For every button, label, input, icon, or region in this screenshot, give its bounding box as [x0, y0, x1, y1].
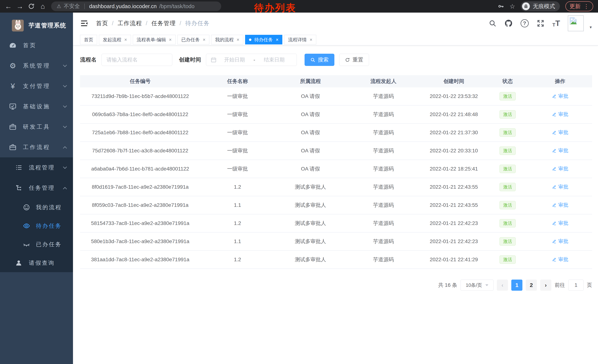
cell-process: OA 请假 — [274, 111, 346, 118]
help-icon[interactable]: ? — [521, 19, 529, 27]
sidebar-item-payment-mgmt[interactable]: ¥ 支付管理 — [0, 76, 73, 96]
search-button[interactable]: 搜索 — [305, 54, 334, 66]
approve-link[interactable]: 审批 — [552, 256, 568, 263]
avatar[interactable] — [568, 15, 584, 31]
cell-task-name: 一级审批 — [200, 111, 275, 118]
page-button-2[interactable]: 2 — [526, 280, 537, 291]
cell-process: 测试多审批人 — [274, 256, 346, 263]
sidebar-item-task-mgmt[interactable]: 任务管理 — [0, 178, 73, 198]
sidebar-item-leave-query[interactable]: 请假查询 — [0, 254, 73, 272]
tab-start-process[interactable]: 发起流程 × — [99, 35, 131, 44]
approve-link[interactable]: 审批 — [552, 111, 568, 118]
approve-link[interactable]: 审批 — [552, 220, 568, 226]
tab-process-detail[interactable]: 流程详情 × — [284, 35, 316, 44]
fullscreen-icon[interactable] — [537, 19, 545, 27]
approve-link[interactable]: 审批 — [552, 184, 568, 190]
tab-todo-tasks[interactable]: 待办任务 × — [245, 35, 282, 44]
table-row: 8f0d1619-7ac8-11ec-a9e2-a2380e71991a 1.2… — [80, 178, 592, 196]
approve-link[interactable]: 审批 — [552, 147, 568, 154]
tab-my-process[interactable]: 我的流程 × — [211, 35, 243, 44]
sidebar-menu: 首页 ⚙ 系统管理 ¥ 支付管理 基础设施 研发工具 — [0, 35, 73, 272]
cell-status: 激活 — [487, 237, 528, 246]
status-badge: 激活 — [499, 146, 516, 155]
address-bar[interactable]: ⚠ 不安全 dashboard.yudao.iocoder.cn/bpm/tas… — [51, 1, 221, 11]
font-size-icon[interactable]: TT — [552, 19, 560, 27]
chevron-down-icon — [63, 63, 67, 67]
close-icon[interactable]: × — [310, 37, 312, 42]
breadcrumb-workflow[interactable]: 工作流程 — [118, 19, 142, 27]
sidebar-item-process-mgmt[interactable]: 流程管理 — [0, 157, 73, 178]
table-row: 381aa1dd-7ac8-11ec-a9e2-a2380e71991a 1.2… — [80, 251, 592, 269]
browser-home-button[interactable]: ⌂ — [37, 0, 49, 13]
process-name-input[interactable] — [101, 54, 172, 66]
pagination: 共 16 条 10条/页 ‹ 1 2 › 前往 页 — [73, 280, 592, 291]
app-logo-row[interactable]: 芋道管理系统 — [0, 16, 73, 35]
reset-button[interactable]: 重置 — [339, 54, 369, 66]
search-icon[interactable] — [489, 19, 497, 27]
password-key-icon[interactable] — [498, 3, 504, 9]
reload-icon — [28, 3, 35, 10]
toolbox-icon — [8, 123, 17, 131]
sidebar-item-dev-tools[interactable]: 研发工具 — [0, 117, 73, 137]
approve-link[interactable]: 审批 — [552, 93, 568, 99]
sidebar-item-home[interactable]: 首页 — [0, 35, 73, 56]
breadcrumb-home[interactable]: 首页 — [96, 19, 108, 27]
browser-reload-button[interactable] — [25, 0, 37, 13]
sidebar-item-workflow[interactable]: 工作流程 — [0, 137, 73, 157]
next-page-button[interactable]: › — [540, 280, 551, 291]
cell-created: 2022-01-21 22:43:55 — [421, 202, 487, 208]
sidebar-item-my-process[interactable]: 我的流程 — [0, 198, 73, 217]
approve-link[interactable]: 审批 — [552, 202, 568, 208]
end-date-placeholder[interactable]: 结束日期 — [256, 56, 292, 63]
sidebar-item-label: 首页 — [23, 42, 37, 49]
close-icon[interactable]: × — [237, 37, 239, 42]
sidebar-item-todo-tasks[interactable]: 待办任务 — [0, 217, 73, 235]
browser-menu-icon[interactable]: ⋮ — [583, 3, 589, 10]
cell-status: 激活 — [487, 146, 528, 155]
cell-starter: 芋道源码 — [346, 184, 421, 191]
tab-home[interactable]: 首页 — [80, 35, 97, 44]
page-button-1[interactable]: 1 — [511, 280, 523, 291]
eye-open-icon — [22, 222, 31, 230]
refresh-icon — [345, 57, 350, 62]
breadcrumb-task-mgmt[interactable]: 任务管理 — [151, 19, 176, 27]
cell-action: 审批 — [528, 147, 592, 154]
bookmark-star-icon[interactable]: ☆ — [510, 3, 515, 10]
page-size-select[interactable]: 10条/页 — [461, 280, 493, 291]
breadcrumb-separator: / — [180, 20, 182, 27]
browser-forward-button[interactable]: → — [14, 0, 25, 13]
avatar-caret-icon[interactable]: ▼ — [589, 25, 592, 29]
approve-link[interactable]: 审批 — [552, 238, 568, 245]
prev-page-button[interactable]: ‹ — [497, 280, 508, 291]
cell-starter: 芋道源码 — [346, 165, 421, 172]
search-icon — [310, 57, 315, 62]
edit-pen-icon — [552, 202, 557, 207]
sidebar-item-done-tasks[interactable]: 已办任务 — [0, 235, 73, 254]
cell-status: 激活 — [487, 128, 528, 137]
sidebar-item-system-mgmt[interactable]: ⚙ 系统管理 — [0, 56, 73, 76]
sidebar-item-infrastructure[interactable]: 基础设施 — [0, 96, 73, 117]
browser-back-button[interactable]: ← — [3, 0, 14, 13]
browser-update-button[interactable]: 更新 ⋮ — [565, 1, 593, 11]
edit-pen-icon — [552, 166, 557, 171]
tab-label: 待办任务 — [254, 37, 273, 43]
tab-label: 发起流程 — [103, 37, 121, 43]
sidebar-item-label: 系统管理 — [23, 62, 50, 70]
github-icon[interactable] — [504, 19, 513, 28]
close-icon[interactable]: × — [124, 37, 127, 42]
goto-page-input[interactable] — [568, 280, 583, 291]
start-date-placeholder[interactable]: 开始日期 — [216, 56, 252, 63]
date-range-picker[interactable]: 开始日期 - 结束日期 — [206, 54, 297, 66]
approve-link[interactable]: 审批 — [552, 129, 568, 136]
question-mark: ? — [521, 19, 529, 27]
sidebar-item-label: 已办任务 — [36, 241, 62, 248]
close-icon[interactable]: × — [203, 37, 206, 42]
approve-link[interactable]: 审批 — [552, 165, 568, 172]
status-badge: 激活 — [499, 128, 516, 137]
sidebar-collapse-button[interactable] — [80, 19, 88, 27]
close-icon[interactable]: × — [169, 37, 172, 42]
cell-task-name: 一级审批 — [200, 165, 275, 172]
tab-done-tasks[interactable]: 已办任务 × — [177, 35, 209, 44]
tab-process-form-edit[interactable]: 流程表单-编辑 × — [133, 35, 176, 44]
close-icon[interactable]: × — [276, 37, 279, 42]
